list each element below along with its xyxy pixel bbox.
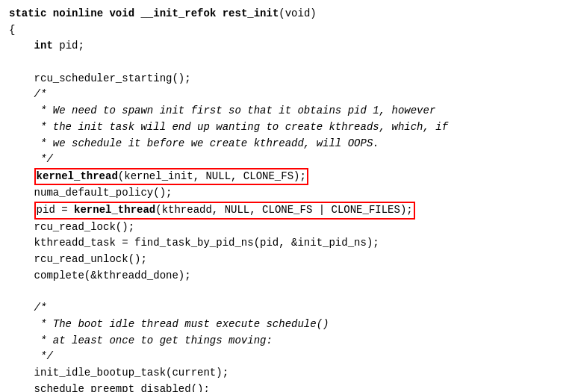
code-line: static noinline void __init_refok rest_i… — [9, 6, 563, 22]
code-line: rcu_read_lock(); — [9, 220, 563, 236]
code-comment-line: * at least once to get things moving: — [9, 333, 563, 349]
code-line: kthreadd_task = find_task_by_pid_ns(pid,… — [9, 235, 563, 252]
keyword-void: void — [109, 7, 134, 19]
highlight-box-1: kernel_thread(kernel_init, NULL, CLONE_F… — [34, 168, 308, 186]
code-comment-line: /* — [9, 300, 563, 317]
code-comment-line: * We need to spawn init first so that it… — [9, 103, 563, 119]
code-line: int pid; — [9, 38, 563, 55]
code-line: rcu_scheduler_starting(); — [9, 71, 563, 87]
highlight-box-2: pid = kernel_thread(kthreadd, NULL, CLON… — [34, 202, 415, 220]
code-line: numa_default_policy(); — [9, 185, 563, 202]
code-line: complete(&kthreadd_done); — [9, 268, 563, 284]
keyword-static: static — [9, 7, 46, 19]
keyword-noinline: noinline — [53, 7, 103, 19]
code-line-highlighted-2: pid = kernel_thread(kthreadd, NULL, CLON… — [9, 202, 563, 220]
code-comment-line: * The boot idle thread must execute sche… — [9, 317, 563, 333]
code-comment-line: * the init task will end up wanting to c… — [9, 119, 563, 136]
code-line: { — [9, 22, 563, 39]
code-comment-line: */ — [9, 152, 563, 168]
code-line-highlighted-1: kernel_thread(kernel_init, NULL, CLONE_F… — [9, 168, 563, 186]
func-kernel-thread: kernel_thread — [37, 170, 118, 182]
code-line: schedule_preempt_disabled(); — [9, 382, 563, 392]
code-comment-line: /* — [9, 87, 563, 103]
func-name: __init_refok rest_init — [140, 7, 279, 19]
func-kernel-thread-2: kernel_thread — [74, 204, 155, 216]
code-line — [9, 55, 563, 71]
keyword-int: int — [34, 40, 53, 52]
code-line: init_idle_bootup_task(current); — [9, 365, 563, 382]
code-line — [9, 284, 563, 301]
code-comment-line: * we schedule it before we create kthrea… — [9, 136, 563, 152]
code-line: rcu_read_unlock(); — [9, 252, 563, 268]
code-comment-line: */ — [9, 349, 563, 365]
code-block: static noinline void __init_refok rest_i… — [0, 0, 572, 392]
